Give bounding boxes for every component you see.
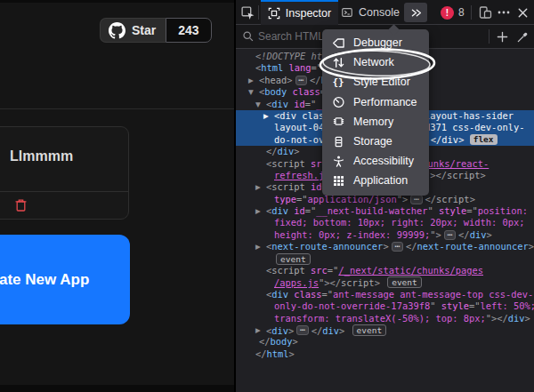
- menu-item-network[interactable]: Network: [322, 52, 429, 72]
- star-count[interactable]: 243: [166, 18, 211, 43]
- menu-item-label: Storage: [353, 135, 392, 148]
- menu-item-performance[interactable]: Performance: [322, 92, 429, 112]
- markup-line[interactable]: /apps.js"></script> event: [236, 276, 534, 288]
- expand-badge[interactable]: ⋯: [410, 195, 422, 204]
- devtools-menu-button[interactable]: [496, 4, 512, 20]
- menu-item-label: Application: [353, 174, 408, 187]
- markup-token: div: [271, 324, 288, 335]
- menu-item-label: Debugger: [353, 36, 402, 49]
- markup-line[interactable]: </html>: [236, 348, 534, 360]
- menu-item-storage[interactable]: Storage: [322, 132, 429, 151]
- menu-item-accessibility[interactable]: Accessibility: [322, 151, 429, 171]
- markup-token: div: [508, 313, 525, 324]
- markup-line[interactable]: ▶<next-route-announcer>⋯</next-route-ann…: [236, 241, 534, 252]
- markup-token: next-route-announcer: [417, 241, 529, 252]
- collapse-arrow-icon[interactable]: ▼: [248, 86, 254, 98]
- markup-token: /_next/static/chunks/pages: [338, 265, 483, 276]
- collapse-arrow-icon[interactable]: ▼: [255, 99, 261, 110]
- markup-token: src: [311, 265, 328, 276]
- expand-arrow-icon[interactable]: ▶: [263, 110, 269, 122]
- eyedropper-button[interactable]: [515, 29, 530, 44]
- event-badge[interactable]: event: [276, 253, 311, 265]
- responsive-mode-button[interactable]: [477, 4, 493, 20]
- markup-token: </: [406, 241, 417, 252]
- menu-item-debugger[interactable]: Debugger: [322, 33, 429, 52]
- create-new-app-button[interactable]: Create New App: [0, 235, 130, 324]
- markup-token: ant-message ant-message-top css-dev-: [333, 289, 533, 300]
- expand-arrow-icon[interactable]: ▶: [255, 205, 261, 217]
- markup-line[interactable]: only-do-not-override-17a39f8" style="lef…: [236, 300, 534, 312]
- markup-token: =": [466, 205, 478, 216]
- markup-line[interactable]: type="application/json">⋯</script>: [236, 194, 534, 205]
- expand-arrow-icon[interactable]: ▶: [248, 75, 254, 86]
- event-badge[interactable]: event: [352, 324, 387, 336]
- expand-badge[interactable]: ⋯: [295, 76, 307, 85]
- markup-token: script: [447, 170, 481, 180]
- markup-line[interactable]: event: [236, 253, 534, 265]
- app-card-title: Llmmmm: [10, 148, 73, 164]
- performance-icon: [331, 95, 345, 109]
- markup-token: div: [278, 146, 295, 156]
- delete-app-button[interactable]: [14, 198, 30, 214]
- close-devtools-button[interactable]: [514, 4, 530, 20]
- menu-item-label: Accessibility: [353, 155, 414, 167]
- markup-token: =": [322, 289, 334, 300]
- markup-token: script: [271, 265, 305, 276]
- network-icon: [331, 55, 345, 69]
- markup-token: style: [441, 300, 469, 311]
- menu-item-memory[interactable]: Memory: [322, 112, 429, 132]
- github-star-widget[interactable]: Star 243: [100, 18, 212, 43]
- markup-token: position:: [478, 205, 528, 216]
- add-node-button[interactable]: [495, 29, 510, 44]
- expand-arrow-icon[interactable]: ▶: [255, 324, 261, 336]
- markup-line[interactable]: ▶<div id="__next-build-watcher" style="p…: [236, 205, 534, 217]
- github-star-button[interactable]: Star: [100, 18, 166, 43]
- markup-line[interactable]: height: 0px; z-index: 99999;">⋯</div>: [236, 229, 534, 241]
- markup-line[interactable]: transform: translateX(-50%); top: 8px;">…: [236, 313, 534, 324]
- menu-item-style-editor[interactable]: {}Style Editor: [322, 72, 429, 92]
- expand-badge[interactable]: ⋯: [444, 230, 456, 240]
- markup-token: "></: [319, 277, 341, 288]
- markup-token: type: [274, 194, 296, 204]
- markup-line[interactable]: ▶<div>⋯</div> event: [236, 324, 534, 336]
- markup-token: </: [310, 75, 321, 85]
- markup-token: =": [469, 300, 481, 311]
- markup-token: =": [305, 99, 317, 109]
- markup-token: __next-build-watcher: [316, 205, 427, 216]
- markup-token: class: [294, 289, 321, 300]
- error-badge[interactable]: !: [441, 6, 454, 20]
- markup-token: id: [294, 205, 305, 216]
- create-new-app-label: Create New App: [0, 271, 89, 289]
- markup-token: [344, 324, 350, 335]
- markup-token: div: [271, 99, 288, 109]
- menu-item-label: Memory: [353, 116, 393, 128]
- markup-line[interactable]: <script src="/_next/static/chunks/pages: [236, 265, 534, 276]
- search-input[interactable]: Search HTML: [258, 25, 324, 48]
- markup-token: </: [425, 194, 437, 204]
- star-label: Star: [132, 23, 156, 37]
- app-card[interactable]: Llmmmm: [0, 126, 129, 220]
- markup-token: script: [341, 277, 375, 288]
- markup-token: ": [430, 300, 441, 311]
- markup-line[interactable]: fixed; bottom: 10px; right: 20px; width:…: [236, 217, 534, 228]
- menu-item-application[interactable]: Application: [322, 171, 429, 190]
- markup-token: body: [271, 336, 293, 347]
- markup-token: ">: [430, 229, 441, 240]
- markup-line[interactable]: </body>: [236, 336, 534, 348]
- web-page: Star 243 Llmmmm Create New App: [0, 0, 234, 392]
- pick-element-button[interactable]: [239, 4, 256, 21]
- markup-token: >: [287, 75, 292, 85]
- expand-arrow-icon[interactable]: ▶: [255, 181, 261, 193]
- more-tabs-button[interactable]: [404, 3, 427, 22]
- expand-badge[interactable]: ⋯: [392, 242, 403, 252]
- tab-inspector[interactable]: Inspector: [261, 0, 338, 25]
- flex-badge[interactable]: flex: [470, 134, 498, 145]
- expand-badge[interactable]: ⋯: [296, 325, 308, 335]
- event-badge[interactable]: event: [387, 276, 422, 288]
- tab-console[interactable]: Console: [338, 0, 402, 25]
- markup-token: class: [293, 86, 320, 97]
- markup-line[interactable]: <div class="ant-message ant-message-top …: [236, 289, 534, 300]
- page-bottom-strip: [0, 385, 234, 392]
- expand-arrow-icon[interactable]: ▶: [255, 241, 261, 252]
- markup-token: "></: [486, 313, 508, 324]
